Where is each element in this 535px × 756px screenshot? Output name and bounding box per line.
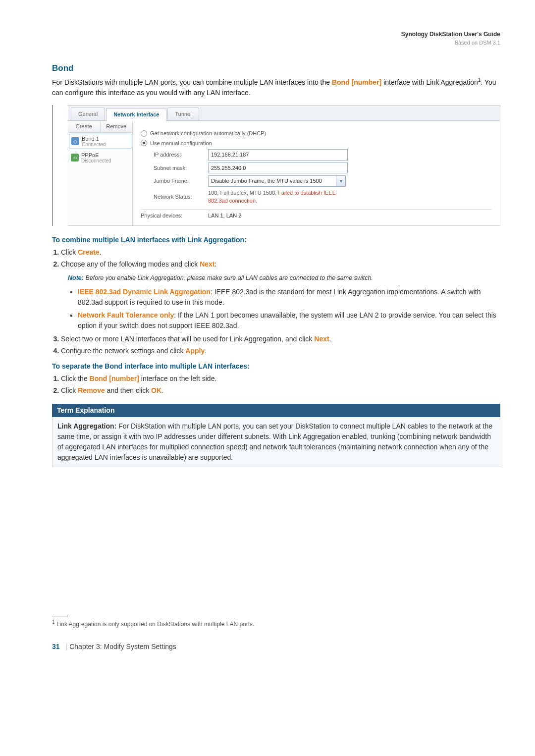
separate-steps: Click the Bond [number] interface on the… bbox=[52, 374, 500, 396]
jumbo-label: Jumbo Frame: bbox=[154, 177, 208, 185]
status-value: 100, Full duplex, MTU 1500, Failed to es… bbox=[208, 189, 346, 205]
doc-header: Synology DiskStation User's Guide Based … bbox=[52, 30, 500, 47]
chevron-down-icon[interactable]: ▾ bbox=[336, 175, 346, 187]
page-number: 31 bbox=[52, 643, 60, 650]
bullet-8023ad: IEEE 802.3ad Dynamic Link Aggregation: I… bbox=[78, 287, 500, 308]
section-intro: For DiskStations with multiple LAN ports… bbox=[52, 76, 500, 98]
network-screenshot: General Network Interface Tunnel Create … bbox=[52, 105, 500, 226]
physical-label: Physical devices: bbox=[141, 212, 208, 220]
iface-bond1[interactable]: ◇ Bond 1 Connected bbox=[69, 134, 131, 149]
term-label: Link Aggregation: bbox=[57, 422, 116, 430]
intro-text-1: For DiskStations with multiple LAN ports… bbox=[52, 78, 332, 86]
footer-divider: | bbox=[66, 643, 68, 650]
mask-label: Subnet mask: bbox=[154, 164, 208, 172]
tab-general[interactable]: General bbox=[71, 108, 105, 121]
doc-title: Synology DiskStation User's Guide bbox=[52, 30, 500, 39]
bullet-fault-tolerance: Network Fault Tolerance only: If the LAN… bbox=[78, 310, 500, 331]
note-box: Note: Before you enable Link Aggregation… bbox=[68, 272, 500, 284]
remove-button[interactable]: Remove bbox=[101, 121, 133, 132]
chapter-label: Chapter 3: Modify System Settings bbox=[69, 643, 176, 650]
combine-heading: To combine multiple LAN interfaces with … bbox=[52, 235, 500, 245]
radio-dhcp-row[interactable]: Get network configuration automatically … bbox=[141, 129, 492, 138]
pppoe-name: PPPoE bbox=[81, 152, 111, 158]
term-title: Term Explanation bbox=[52, 404, 500, 417]
note-text: Before you enable Link Aggregation, plea… bbox=[84, 274, 373, 281]
bond-name: Bond 1 bbox=[82, 136, 106, 142]
bond-icon: ◇ bbox=[71, 137, 79, 145]
jumbo-value: Disable Jumbo Frame, the MTU value is 15… bbox=[208, 175, 336, 187]
separate-step-1: Click the Bond [number] interface on the… bbox=[61, 374, 500, 384]
radio-manual-label: Use manual configuration bbox=[150, 139, 212, 148]
radio-dhcp-label: Get network configuration automatically … bbox=[150, 129, 266, 138]
interface-sidebar: Create Remove ◇ Bond 1 Connected ··› PP bbox=[68, 121, 133, 225]
pppoe-icon: ··› bbox=[71, 154, 79, 162]
tabs-bar: General Network Interface Tunnel bbox=[68, 106, 500, 121]
tab-network-interface[interactable]: Network Interface bbox=[106, 108, 166, 121]
term-text: For DiskStation with multiple LAN ports,… bbox=[57, 422, 492, 461]
intro-text-2: interface with Link Aggregation bbox=[381, 78, 478, 86]
iface-pppoe[interactable]: ··› PPPoE Disconnected bbox=[68, 150, 132, 166]
jumbo-select[interactable]: Disable Jumbo Frame, the MTU value is 15… bbox=[208, 175, 346, 187]
combine-steps: Click Create. Choose any of the followin… bbox=[52, 247, 500, 356]
create-button[interactable]: Create bbox=[68, 121, 101, 132]
term-explanation: Term Explanation Link Aggregation: For D… bbox=[52, 404, 500, 467]
footnote: 1 Link Aggregation is only supported on … bbox=[52, 618, 500, 629]
combine-step-1: Click Create. bbox=[61, 247, 500, 258]
footnote-text: Link Aggregation is only supported on Di… bbox=[55, 621, 255, 628]
separate-step-2: Click Remove and then click OK. bbox=[61, 385, 500, 396]
section-title: Bond bbox=[52, 62, 500, 75]
ip-label: IP address: bbox=[154, 151, 208, 159]
combine-step-3: Select two or more LAN interfaces that w… bbox=[61, 334, 500, 344]
interface-config: Get network configuration automatically … bbox=[133, 121, 500, 225]
bond-status: Connected bbox=[82, 142, 106, 147]
mask-input[interactable]: 255.255.240.0 bbox=[208, 162, 348, 174]
separate-heading: To separate the Bond interface into mult… bbox=[52, 361, 500, 372]
status-normal: 100, Full duplex, MTU 1500, bbox=[208, 190, 278, 196]
radio-manual[interactable] bbox=[141, 140, 147, 146]
term-body: Link Aggregation: For DiskStation with m… bbox=[52, 417, 500, 467]
intro-bold: Bond [number] bbox=[332, 78, 381, 86]
footnote-divider bbox=[52, 616, 68, 616]
pppoe-status: Disconnected bbox=[81, 158, 111, 163]
tab-tunnel[interactable]: Tunnel bbox=[167, 108, 199, 121]
page-footer: 31|Chapter 3: Modify System Settings bbox=[52, 642, 500, 652]
physical-value: LAN 1, LAN 2 bbox=[208, 212, 241, 220]
mode-bullets: IEEE 802.3ad Dynamic Link Aggregation: I… bbox=[61, 287, 500, 331]
radio-manual-row[interactable]: Use manual configuration bbox=[141, 139, 492, 148]
radio-dhcp[interactable] bbox=[141, 130, 147, 137]
status-label: Network Status: bbox=[154, 193, 208, 201]
doc-subtitle: Based on DSM 3.1 bbox=[52, 39, 500, 47]
combine-step-4: Configure the network settings and click… bbox=[61, 346, 500, 356]
note-label: Note: bbox=[68, 274, 84, 281]
ip-input[interactable]: 192.168.21.187 bbox=[208, 149, 348, 161]
combine-step-2: Choose any of the following modes and cl… bbox=[61, 259, 500, 331]
